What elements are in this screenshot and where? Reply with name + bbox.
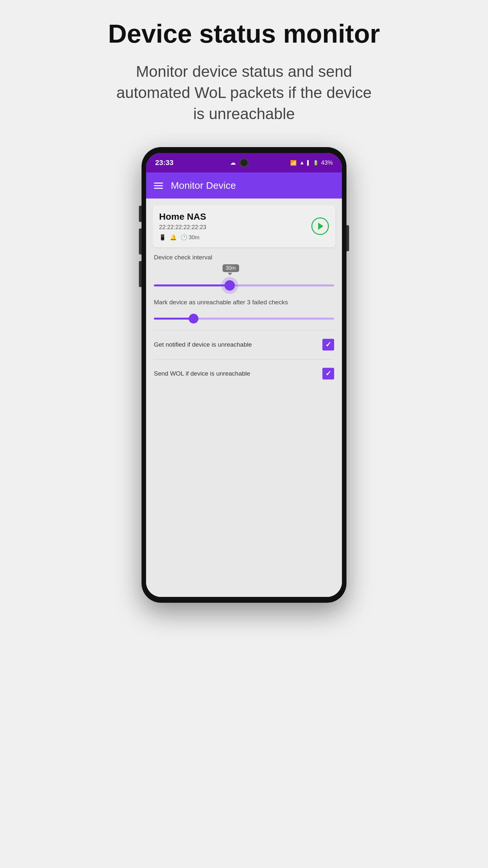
volume-up-button xyxy=(139,206,141,222)
volume-down-button xyxy=(139,228,141,254)
app-bar: Monitor Device xyxy=(146,173,342,198)
status-bar: 23:33 ☁ 📶 ▲ ▌ 🔋 43% xyxy=(146,153,342,173)
notify-row[interactable]: Get notified if device is unreachable ✓ xyxy=(154,336,334,353)
wifi-icon: ▲ xyxy=(299,160,304,166)
failed-checks-label: Mark device as unreachable after 3 faile… xyxy=(154,299,334,306)
failed-checks-slider-track[interactable] xyxy=(154,318,334,319)
battery-icon: 🔋 xyxy=(313,160,319,165)
cloud-icon: ☁ xyxy=(230,159,236,166)
bluetooth-icon: 📶 xyxy=(290,160,297,166)
divider-2 xyxy=(154,359,334,359)
interval-tooltip: 30m xyxy=(223,264,239,272)
phone-shell: 23:33 ☁ 📶 ▲ ▌ 🔋 43% Monitor Device xyxy=(141,147,347,603)
notify-checkmark: ✓ xyxy=(325,340,331,349)
notify-label: Get notified if device is unreachable xyxy=(154,341,252,348)
silent-switch xyxy=(139,261,141,287)
power-button xyxy=(347,225,349,251)
battery-percent: 43% xyxy=(321,159,333,166)
interval-slider-track[interactable] xyxy=(154,284,334,286)
tooltip-arrow xyxy=(228,273,232,275)
divider-1 xyxy=(154,330,334,330)
failed-checks-slider-container: Mark device as unreachable after 3 faile… xyxy=(154,299,334,324)
camera-dot xyxy=(239,158,249,167)
play-button[interactable] xyxy=(311,217,329,235)
device-tags: 📱 🔔 🕐 30m xyxy=(159,234,206,241)
status-icons: 📶 ▲ ▌ 🔋 43% xyxy=(290,159,333,166)
wol-checkmark: ✓ xyxy=(325,369,331,378)
device-name: Home NAS xyxy=(159,212,206,222)
menu-button[interactable] xyxy=(154,183,163,189)
hamburger-line-3 xyxy=(154,188,163,189)
interval-slider-thumb[interactable] xyxy=(225,280,235,291)
status-time: 23:33 xyxy=(155,158,173,167)
hamburger-line-2 xyxy=(154,185,163,186)
app-content: Home NAS 22:22:22:22:22:23 📱 🔔 🕐 30m xyxy=(146,198,342,597)
interval-slider-container: Device check interval 30m xyxy=(154,254,334,284)
device-tag-device: 📱 xyxy=(159,234,166,241)
clock-icon: 🕐 xyxy=(181,234,187,241)
failed-checks-slider-thumb[interactable] xyxy=(189,314,198,323)
failed-checks-slider-wrapper xyxy=(154,309,334,324)
interval-slider-wrapper: 30m xyxy=(154,264,334,284)
wol-checkbox[interactable]: ✓ xyxy=(322,368,334,379)
page-title: Device status monitor xyxy=(108,20,380,48)
device-tag-interval: 🕐 30m xyxy=(181,234,199,241)
hamburger-line-1 xyxy=(154,183,163,184)
device-type-icon: 📱 xyxy=(159,234,166,241)
app-bar-title: Monitor Device xyxy=(171,180,236,191)
device-info: Home NAS 22:22:22:22:22:23 📱 🔔 🕐 30m xyxy=(159,212,206,241)
wol-row[interactable]: Send WOL if device is unreachable ✓ xyxy=(154,365,334,382)
notify-checkbox[interactable]: ✓ xyxy=(322,339,334,350)
device-mac: 22:22:22:22:22:23 xyxy=(159,224,206,231)
settings-section: Device check interval 30m Mark device as… xyxy=(153,254,335,382)
device-card[interactable]: Home NAS 22:22:22:22:22:23 📱 🔔 🕐 30m xyxy=(153,205,335,247)
phone-screen: 23:33 ☁ 📶 ▲ ▌ 🔋 43% Monitor Device xyxy=(146,153,342,597)
play-icon xyxy=(318,223,323,230)
interval-label: Device check interval xyxy=(154,254,334,261)
signal-icon: ▌ xyxy=(307,160,311,165)
interval-tag-label: 30m xyxy=(189,234,199,241)
page-subtitle: Monitor device status and send automated… xyxy=(110,61,378,124)
bell-icon: 🔔 xyxy=(170,234,177,241)
device-tag-notify: 🔔 xyxy=(170,234,177,241)
wol-label: Send WOL if device is unreachable xyxy=(154,370,250,377)
